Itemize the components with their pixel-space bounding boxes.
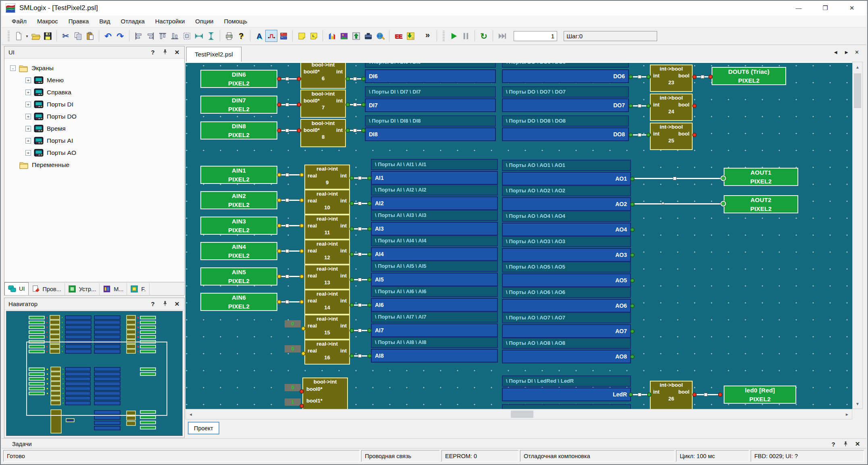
input-pin-label[interactable]: int — [653, 73, 660, 79]
input-pin-label[interactable]: int — [653, 102, 660, 108]
do-port-header[interactable]: \ Порты DO \ DO8 \ DO8 — [502, 115, 629, 127]
screens-icon[interactable] — [326, 30, 338, 42]
connection-dot[interactable] — [300, 274, 304, 279]
new-file-icon[interactable] — [12, 30, 25, 42]
int-bool-block[interactable]: int->boolintbool23 — [650, 65, 693, 92]
ain-block[interactable]: AIN5PIXEL2 — [200, 267, 277, 286]
ain-block[interactable]: AIN2PIXEL2 — [200, 191, 277, 209]
connection-dot[interactable] — [718, 392, 722, 397]
run-icon[interactable] — [448, 30, 460, 42]
connection-dot[interactable] — [300, 404, 304, 408]
real-int-block[interactable]: real->intrealint11 — [304, 215, 350, 240]
ai-port-header[interactable]: \ Порты AI \ AI3 \ AI3 — [371, 210, 498, 221]
ai-port[interactable]: AI5 — [371, 273, 498, 286]
tree-item-screen[interactable]: +Справка — [4, 86, 184, 98]
same-size-icon[interactable] — [181, 30, 193, 42]
connection-dot[interactable] — [720, 175, 726, 181]
ai-port[interactable]: AI2 — [371, 196, 498, 210]
open-file-icon[interactable] — [29, 30, 42, 42]
connection-dot[interactable] — [646, 133, 651, 137]
connection-dot[interactable] — [277, 173, 281, 177]
connection-dot[interactable] — [630, 177, 635, 181]
connection-dot[interactable] — [630, 354, 635, 359]
connection-dot[interactable] — [297, 102, 301, 107]
input-pin-label[interactable]: real — [308, 223, 317, 229]
connection-dot[interactable] — [350, 201, 354, 206]
connection-dot[interactable] — [297, 128, 301, 133]
connection-dot[interactable] — [630, 253, 635, 257]
fbd-canvas[interactable]: DIN6PIXEL2DIN7PIXEL2DIN8PIXEL2bool->intb… — [185, 62, 852, 409]
panel-tab-3[interactable]: M... — [100, 283, 127, 295]
connection-dot[interactable] — [300, 223, 304, 228]
tasks-close-icon[interactable]: ✕ — [854, 440, 861, 448]
tree-item-screen[interactable]: +Порты DI — [4, 98, 184, 111]
connection-dot[interactable] — [646, 75, 651, 79]
connection-dot[interactable] — [367, 354, 372, 358]
expand-icon[interactable]: + — [25, 126, 31, 131]
ain-block[interactable]: AIN3PIXEL2 — [200, 217, 277, 235]
ai-port[interactable]: AI3 — [371, 222, 498, 236]
ai-port[interactable]: AI6 — [371, 298, 498, 312]
bool-int-block[interactable]: bool->intbool0*int6 — [300, 62, 346, 89]
connection-dot[interactable] — [346, 128, 350, 133]
ao-port-header[interactable]: \ Порты AO \ AO1 \ AO1 — [502, 160, 631, 171]
connection-dot[interactable] — [300, 249, 304, 253]
navigator-close-icon[interactable]: ✕ — [174, 300, 180, 308]
ao-port-header[interactable]: \ Порты AO \ AO5 \ AO5 — [502, 261, 631, 273]
output-pin-label[interactable]: bool — [679, 102, 689, 108]
trace-mode-icon[interactable] — [265, 30, 277, 42]
do-port[interactable]: DO7 — [502, 98, 629, 112]
copy-icon[interactable] — [72, 30, 84, 42]
menu-item[interactable]: Опции — [190, 17, 219, 26]
tree-item-screen[interactable]: +Порты DO — [4, 111, 184, 123]
ao-port[interactable]: AO4 — [502, 223, 631, 236]
connection-dot[interactable] — [297, 77, 301, 81]
connection-dot[interactable] — [277, 300, 281, 304]
tab-scroll-right-button[interactable]: ► — [844, 49, 849, 55]
panel-close-icon[interactable]: ✕ — [174, 49, 180, 56]
connection-dot[interactable] — [350, 176, 354, 180]
led-port-next-header[interactable] — [502, 404, 631, 409]
note-icon[interactable] — [296, 30, 308, 42]
output-pin-label[interactable]: int — [336, 98, 343, 104]
di-port-header[interactable]: \ Порты DI \ DI8 \ DI8 — [365, 115, 496, 127]
real-int-block[interactable]: real->intrealint10 — [304, 190, 350, 215]
di-port[interactable]: DI7 — [365, 98, 496, 112]
connection-dot[interactable] — [367, 252, 372, 256]
output-pin-label[interactable]: int — [340, 248, 347, 254]
pause-icon[interactable] — [460, 30, 472, 42]
bool-int-block[interactable]: bool->intbool0*int7 — [300, 90, 346, 118]
di-port[interactable]: DI6 — [365, 69, 496, 83]
di-port[interactable]: DI8 — [365, 127, 496, 141]
load-device-icon[interactable] — [404, 30, 416, 42]
step-count-input[interactable] — [514, 31, 557, 41]
connection-dot[interactable] — [629, 104, 633, 108]
menu-item[interactable]: Настройки — [150, 17, 190, 26]
di-port-header[interactable]: \ Порты DI \ DI6 \ DI6 — [365, 62, 496, 68]
horizontal-scroll-thumb[interactable] — [511, 411, 533, 418]
connection-dot[interactable] — [367, 227, 372, 231]
horizontal-scrollbar[interactable]: ◄ ► — [185, 409, 852, 419]
cut-icon[interactable]: ✂ — [60, 30, 72, 42]
project-tab[interactable]: Проект — [188, 422, 219, 434]
new-file-dropdown-icon[interactable]: ▾ — [25, 34, 29, 38]
note-l-icon[interactable]: L — [308, 30, 320, 42]
input-pin-label[interactable]: real — [308, 323, 317, 329]
connection-dot[interactable] — [692, 392, 697, 397]
ai-port[interactable]: AI4 — [371, 247, 498, 261]
output-pin-label[interactable]: int — [336, 127, 343, 133]
run-toolbar-grip[interactable] — [443, 31, 445, 41]
connection-dot[interactable] — [350, 328, 354, 333]
maximize-button[interactable]: ❐ — [821, 4, 829, 12]
ao-port-header[interactable]: \ Порты AO \ AO6 \ AO6 — [502, 287, 631, 298]
ao-port-header[interactable]: \ Порты AO \ AO4 \ AO4 — [502, 211, 631, 222]
toolbar-grip[interactable] — [8, 31, 10, 41]
connection-dot[interactable] — [300, 198, 304, 202]
ao-port-header[interactable]: \ Порты AO \ AO8 \ AO8 — [502, 338, 631, 349]
align-left-icon[interactable] — [132, 30, 144, 42]
align-bottom-icon[interactable] — [169, 30, 181, 42]
web-icon[interactable] — [374, 30, 386, 42]
ao-port[interactable]: AO7 — [502, 324, 631, 338]
output-pin-label[interactable]: bool — [679, 389, 689, 395]
connection-dot[interactable] — [647, 392, 652, 397]
